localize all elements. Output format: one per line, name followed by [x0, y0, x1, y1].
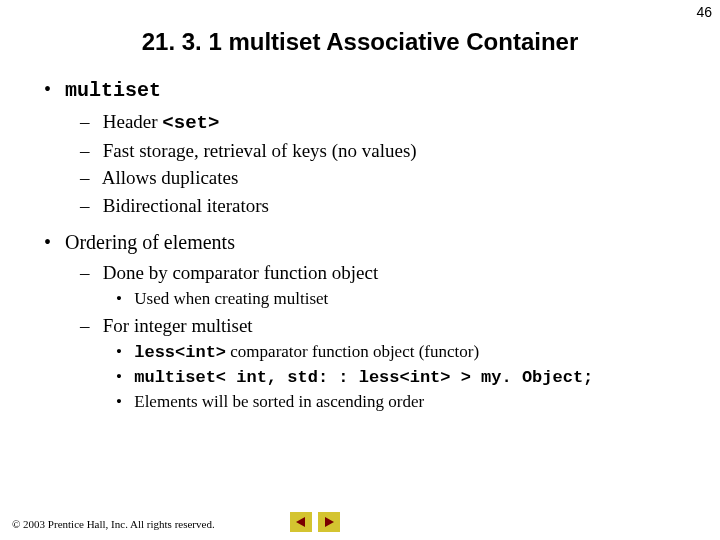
bullet-ordering: • Ordering of elements	[44, 229, 700, 255]
svg-marker-0	[296, 517, 305, 527]
prev-slide-button[interactable]	[290, 512, 312, 532]
page-number: 46	[696, 4, 712, 20]
bullet-text: Bidirectional iterators	[103, 195, 269, 216]
bullet-text: Allows duplicates	[102, 167, 239, 188]
bullet-integer-multiset: – For integer multiset	[80, 314, 700, 339]
dash-marker: –	[80, 261, 98, 286]
bullet-text: Header	[103, 111, 163, 132]
copyright-footer: © 2003 Prentice Hall, Inc. All rights re…	[12, 518, 215, 530]
bullet-marker: •	[44, 229, 60, 255]
bullet-bidirectional: – Bidirectional iterators	[80, 194, 700, 219]
bullet-text: comparator function object (functor)	[226, 342, 479, 361]
code-text: multiset< int, std: : less<int> > my. Ob…	[134, 368, 593, 387]
bullet-marker: •	[44, 76, 60, 102]
code-text: <set>	[162, 112, 219, 134]
triangle-left-icon	[295, 516, 307, 528]
svg-marker-1	[325, 517, 334, 527]
bullet-less-int: • less<int> comparator function object (…	[116, 341, 700, 364]
nav-arrows	[290, 512, 340, 532]
bullet-allows-duplicates: – Allows duplicates	[80, 166, 700, 191]
bullet-used-creating: • Used when creating multiset	[116, 288, 700, 310]
slide-content: • multiset – Header <set> – Fast storage…	[0, 76, 720, 414]
bullet-marker: •	[116, 366, 130, 388]
dash-marker: –	[80, 194, 98, 219]
bullet-text: multiset	[65, 79, 161, 102]
triangle-right-icon	[323, 516, 335, 528]
bullet-text: For integer multiset	[103, 315, 253, 336]
bullet-marker: •	[116, 288, 130, 310]
bullet-text: Used when creating multiset	[134, 289, 328, 308]
bullet-text: Fast storage, retrieval of keys (no valu…	[103, 140, 417, 161]
bullet-fast-storage: – Fast storage, retrieval of keys (no va…	[80, 139, 700, 164]
slide-title: 21. 3. 1 multiset Associative Container	[0, 28, 720, 56]
next-slide-button[interactable]	[318, 512, 340, 532]
code-text: less<int>	[134, 343, 226, 362]
bullet-comparator: – Done by comparator function object	[80, 261, 700, 286]
dash-marker: –	[80, 139, 98, 164]
dash-marker: –	[80, 166, 98, 191]
bullet-marker: •	[116, 341, 130, 363]
bullet-ascending: • Elements will be sorted in ascending o…	[116, 391, 700, 413]
dash-marker: –	[80, 314, 98, 339]
dash-marker: –	[80, 110, 98, 135]
bullet-text: Ordering of elements	[65, 231, 235, 253]
bullet-multiset: • multiset	[44, 76, 700, 104]
bullet-text: Elements will be sorted in ascending ord…	[134, 392, 424, 411]
bullet-marker: •	[116, 391, 130, 413]
bullet-text: Done by comparator function object	[103, 262, 378, 283]
bullet-header-set: – Header <set>	[80, 110, 700, 136]
bullet-multiset-decl: • multiset< int, std: : less<int> > my. …	[116, 366, 700, 389]
